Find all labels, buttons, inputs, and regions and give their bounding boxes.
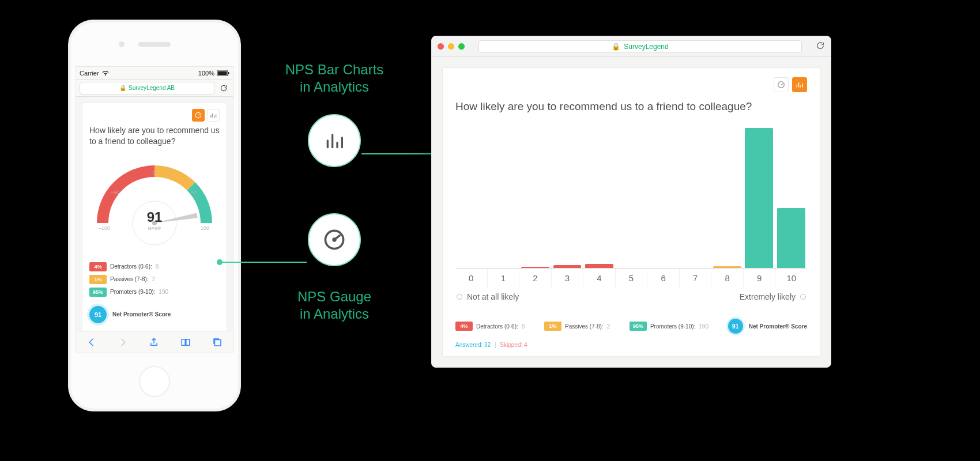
view-gauge-button[interactable] — [192, 109, 205, 122]
callout-gauge-icon — [308, 213, 361, 266]
x-label-7: 7 — [680, 269, 712, 288]
bar-1 — [487, 128, 519, 268]
nps-gauge-card: How likely are you to recommend us to a … — [82, 103, 227, 331]
bar-4 — [583, 128, 615, 268]
promoters-label: Promoters (9-10): — [110, 289, 155, 295]
traffic-lights — [438, 43, 465, 50]
answered-count: 32 — [484, 342, 491, 348]
skipped-label: Skipped: — [500, 342, 522, 348]
callout-bars-line2: in Analytics — [251, 78, 417, 96]
passives-label: Passives (7-8): — [565, 323, 604, 330]
scale-right-label: Extremely likely — [740, 292, 796, 301]
bar-legend: 4% Detractors (0-6): 8 1% Passives (7-8)… — [455, 319, 807, 334]
traffic-close[interactable] — [438, 43, 444, 50]
passives-count: 2 — [607, 323, 610, 330]
response-meta: Answered: 32 | Skipped: 4 — [455, 342, 807, 348]
nps-summary: 91 Net Promoter® Score — [728, 319, 807, 334]
phone-speaker — [138, 42, 171, 47]
passives-label: Passives (7-8): — [110, 276, 149, 282]
legend-detractors: 4% Detractors (0-6): 8 — [455, 322, 525, 331]
traffic-zoom[interactable] — [458, 43, 465, 50]
detractors-pct: 4% — [455, 322, 473, 331]
promoters-label: Promoters (9-10): — [650, 323, 695, 330]
x-label-10: 10 — [775, 269, 807, 288]
back-icon[interactable] — [86, 337, 97, 347]
mobile-url-text: SurveyLegend AB — [129, 85, 175, 91]
bar-5 — [615, 128, 647, 268]
meta-separator: | — [495, 342, 496, 348]
connector-to-phone — [219, 262, 307, 263]
reload-icon[interactable] — [218, 84, 229, 92]
wifi-icon — [101, 70, 110, 76]
callout-gauge-title: NPS Gauge in Analytics — [251, 288, 417, 323]
bar-6 — [647, 128, 679, 268]
detractors-count: 8 — [156, 263, 159, 270]
traffic-minimize[interactable] — [448, 43, 454, 50]
nps-bar-chart: 012345678910 Not at all likely Extremely… — [455, 128, 807, 301]
passives-pct: 1% — [89, 275, 107, 284]
ios-status-bar: Carrier 100% — [76, 67, 233, 80]
scale-left-radio — [457, 294, 462, 300]
tick-m100: –100 — [99, 225, 110, 231]
callout-bars-title: NPS Bar Charts in Analytics — [251, 61, 417, 96]
nps-score-label: Net Promoter® Score — [749, 323, 807, 330]
mobile-url-field[interactable]: 🔒 SurveyLegend AB — [80, 82, 214, 95]
callouts: NPS Bar Charts in Analytics NPS Gauge in… — [251, 61, 417, 96]
promoters-pct: 95% — [630, 322, 647, 331]
view-gauge-button[interactable] — [774, 77, 789, 92]
bar-9 — [743, 128, 775, 268]
bar-2 — [519, 128, 551, 268]
forward-icon — [118, 337, 128, 347]
callout-gauge-line1: NPS Gauge — [297, 289, 371, 304]
question-text: How likely are you to recommend us to a … — [89, 125, 220, 147]
legend-passives: 1% Passives (7-8): 2 — [89, 275, 220, 284]
passives-count: 2 — [152, 276, 156, 282]
svg-rect-2 — [228, 72, 229, 74]
lock-icon: 🔒 — [119, 85, 126, 91]
detractors-label: Detractors (0-6): — [110, 263, 152, 270]
gauge-score: 91 — [147, 209, 163, 225]
nps-bar-card: How likely are you to recommend us to a … — [442, 67, 820, 357]
scale-right-radio — [800, 294, 806, 300]
x-label-5: 5 — [616, 269, 648, 288]
svg-rect-1 — [218, 71, 227, 75]
bar-7 — [679, 128, 711, 268]
browser-url-text: SurveyLegend — [624, 43, 668, 51]
x-label-1: 1 — [488, 269, 520, 288]
legend-detractors: 4% Detractors (0-6): 8 — [89, 262, 220, 271]
x-label-3: 3 — [552, 269, 584, 288]
detractors-pct: 4% — [89, 262, 107, 271]
skipped-count: 4 — [524, 342, 527, 348]
detractors-label: Detractors (0-6): — [476, 323, 518, 330]
promoters-count: 190 — [699, 323, 708, 330]
nps-score-badge: 91 — [89, 306, 107, 323]
x-label-2: 2 — [519, 269, 552, 288]
callout-bars-line1: NPS Bar Charts — [285, 62, 384, 77]
browser-body: How likely are you to recommend us to a … — [432, 57, 831, 367]
nps-gauge: –100 –50 0 50 100 91 NPS® — [89, 154, 220, 252]
mobile-safari-toolbar — [76, 331, 233, 353]
bookmarks-icon[interactable] — [180, 337, 191, 347]
promoters-pct: 95% — [89, 288, 107, 297]
browser-url-field[interactable]: 🔒 SurveyLegend — [478, 40, 802, 53]
x-label-0: 0 — [455, 269, 488, 288]
bar-rect-10 — [777, 208, 805, 268]
view-bars-button[interactable] — [792, 77, 807, 92]
browser-chrome: 🔒 SurveyLegend — [432, 36, 831, 57]
reload-icon[interactable] — [816, 41, 825, 52]
phone-home-button[interactable] — [139, 366, 170, 397]
nps-score-label: Net Promoter® Score — [112, 311, 171, 318]
phone-content: How likely are you to recommend us to a … — [76, 97, 233, 331]
share-icon[interactable] — [149, 337, 159, 347]
bar-rect-4 — [585, 264, 613, 268]
x-label-9: 9 — [744, 269, 776, 288]
browser-window: 🔒 SurveyLegend How likely are you to rec… — [431, 36, 831, 368]
legend-promoters: 95% Promoters (9-10): 190 — [89, 288, 220, 297]
tick-0: 0 — [153, 170, 156, 176]
tabs-icon[interactable] — [212, 337, 223, 347]
tick-p100: 100 — [201, 225, 209, 231]
mobile-safari-address-bar[interactable]: 🔒 SurveyLegend AB — [76, 80, 233, 97]
gauge-sublabel: NPS® — [148, 226, 161, 231]
legend-passives: 1% Passives (7-8): 2 — [544, 322, 610, 331]
view-bars-button[interactable] — [207, 109, 220, 122]
